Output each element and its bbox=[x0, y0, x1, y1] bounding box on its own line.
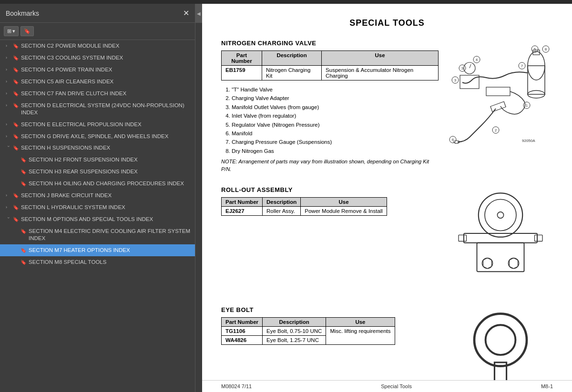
table-row: EB1759 Nitrogen Charging Kit Suspension … bbox=[222, 66, 439, 80]
bookmark-item-h3[interactable]: 🔖SECTION H3 REAR SUSPENSIONS INDEX bbox=[0, 166, 195, 178]
col-part-number: Part Number bbox=[222, 51, 262, 66]
bookmark-item-c3[interactable]: ›🔖SECTION C3 COOLING SYSTEM INDEX bbox=[0, 52, 195, 64]
expand-all-button[interactable]: ⊞▾ bbox=[4, 26, 19, 36]
chevron-icon: › bbox=[5, 146, 11, 151]
bookmark-item-d[interactable]: ›🔖SECTION D ELECTRICAL SYSTEM (24VDC NON… bbox=[0, 100, 195, 119]
sidebar: Bookmarks ✕ ⊞▾ 🔖 ›🔖SECTION C2 POWER MODU… bbox=[0, 4, 195, 392]
bookmark-label: SECTION M4 ELECTRIC DRIVE COOLING AIR FI… bbox=[29, 228, 191, 242]
bookmark-item-h2[interactable]: 🔖SECTION H2 FRONT SUSPENSION INDEX bbox=[0, 154, 195, 166]
bookmark-icon: 🔖 bbox=[20, 247, 26, 253]
svg-rect-31 bbox=[464, 233, 537, 243]
col-use: Use bbox=[326, 317, 395, 326]
eyebolt-text: EYE BOLT Part Number Description Use bbox=[221, 306, 439, 350]
content-scroll[interactable]: SPECIAL TOOLS NITROGEN CHARGING VALVE Pa… bbox=[202, 4, 572, 380]
description: Eye Bolt, 1.25-7 UNC bbox=[263, 335, 326, 344]
bookmark-label: SECTION M7 HEATER OPTIONS INDEX bbox=[29, 247, 191, 254]
bookmark-item-m7[interactable]: 🔖SECTION M7 HEATER OPTIONS INDEX bbox=[0, 244, 195, 256]
bookmark-label: SECTION J BRAKE CIRCUIT INDEX bbox=[21, 192, 191, 199]
bookmark-icon: 🔖 bbox=[13, 133, 19, 140]
bookmark-icon: 🔖 bbox=[20, 157, 26, 163]
chevron-icon: › bbox=[6, 122, 10, 128]
bookmark-item-c5[interactable]: ›🔖SECTION C5 AIR CLEANERS INDEX bbox=[0, 76, 195, 88]
eyebolt-section: EYE BOLT Part Number Description Use bbox=[221, 306, 553, 380]
svg-text:3: 3 bbox=[461, 66, 464, 70]
chevron-icon: › bbox=[6, 55, 10, 61]
part-number: WA4826 bbox=[222, 335, 263, 344]
bookmark-label: SECTION C5 AIR CLEANERS INDEX bbox=[21, 78, 191, 85]
svg-text:1: 1 bbox=[526, 103, 528, 108]
svg-text:3: 3 bbox=[454, 78, 457, 82]
rollout-diagram bbox=[448, 186, 553, 293]
chevron-icon: › bbox=[6, 43, 10, 49]
bookmark-label: SECTION C4 POWER TRAIN INDEX bbox=[21, 66, 191, 73]
bookmark-label: SECTION E ELECTRICAL PROPULSION INDEX bbox=[21, 121, 191, 128]
rollout-text: ROLL-OUT ASSEMBLY Part Number Descriptio… bbox=[221, 186, 439, 221]
list-item: Charging Valve Adapter bbox=[232, 94, 439, 102]
bookmark-item-m[interactable]: ›🔖SECTION M OPTIONS AND SPECIAL TOOLS IN… bbox=[0, 213, 195, 225]
nitrogen-text: NITROGEN CHARGING VALVE Part Number Desc… bbox=[221, 40, 439, 173]
bookmark-icon: 🔖 bbox=[13, 121, 19, 128]
nitrogen-note: NOTE: Arrangement of parts may vary from… bbox=[221, 158, 439, 173]
bookmark-label: SECTION M8 SPECIAL TOOLS bbox=[29, 259, 191, 266]
eyebolt-diagram bbox=[448, 306, 553, 380]
bookmark-label: SECTION H2 FRONT SUSPENSION INDEX bbox=[29, 156, 191, 163]
bookmark-icon: 🔖 bbox=[13, 90, 19, 97]
rollout-heading: ROLL-OUT ASSEMBLY bbox=[221, 186, 439, 193]
bookmark-item-h[interactable]: ›🔖SECTION H SUSPENSIONS INDEX bbox=[0, 142, 195, 154]
nitrogen-section: NITROGEN CHARGING VALVE Part Number Desc… bbox=[221, 40, 553, 173]
bookmark-item-c2[interactable]: ›🔖SECTION C2 POWER MODULE INDEX bbox=[0, 40, 195, 52]
use: Misc. lifting requirements bbox=[326, 326, 395, 344]
nitrogen-table: Part Number Description Use EB1759 Nitro… bbox=[221, 50, 439, 80]
eyebolt-diagram-svg bbox=[448, 306, 553, 380]
bookmark-label: SECTION L HYDRAULIC SYSTEM INDEX bbox=[21, 204, 191, 211]
bookmark-item-j[interactable]: ›🔖SECTION J BRAKE CIRCUIT INDEX bbox=[0, 190, 195, 201]
bookmark-label: SECTION M OPTIONS AND SPECIAL TOOLS INDE… bbox=[21, 216, 191, 223]
part-number: EJ2627 bbox=[222, 206, 263, 215]
col-use: Use bbox=[301, 197, 387, 206]
nitrogen-diagram: 5 8 7 3 3 4 1 bbox=[448, 40, 553, 146]
bookmark-item-e[interactable]: ›🔖SECTION E ELECTRICAL PROPULSION INDEX bbox=[0, 119, 195, 131]
rollout-table: Part Number Description Use EJ2627 Rolle… bbox=[221, 197, 387, 216]
sidebar-title: Bookmarks bbox=[6, 10, 39, 17]
bookmark-label: SECTION H4 OILING AND CHARGING PROCEDURE… bbox=[29, 180, 191, 187]
col-part-number: Part Number bbox=[222, 317, 263, 326]
svg-point-29 bbox=[485, 199, 516, 231]
table-row: EJ2627 Roller Assy. Power Module Remove … bbox=[222, 206, 387, 215]
page-footer: M08024 7/11 Special Tools M8-1 bbox=[202, 380, 572, 392]
svg-rect-7 bbox=[486, 87, 510, 96]
svg-point-30 bbox=[497, 212, 503, 218]
bookmark-item-g[interactable]: ›🔖SECTION G DRIVE AXLE, SPINDLE, AND WHE… bbox=[0, 131, 195, 142]
bookmark-item-c4[interactable]: ›🔖SECTION C4 POWER TRAIN INDEX bbox=[0, 64, 195, 76]
svg-line-6 bbox=[470, 64, 471, 68]
bookmark-options-button[interactable]: 🔖 bbox=[20, 26, 34, 36]
bookmark-item-c7[interactable]: ›🔖SECTION C7 FAN DRIVE CLUTCH INDEX bbox=[0, 88, 195, 100]
list-item: Manifold bbox=[232, 129, 439, 138]
bookmark-item-h4[interactable]: 🔖SECTION H4 OILING AND CHARGING PROCEDUR… bbox=[0, 178, 195, 190]
col-use: Use bbox=[322, 51, 439, 66]
chevron-icon: › bbox=[6, 193, 10, 199]
bookmark-label: SECTION C3 COOLING SYSTEM INDEX bbox=[21, 54, 191, 61]
close-button[interactable]: ✕ bbox=[183, 9, 189, 18]
bookmark-label: SECTION H3 REAR SUSPENSIONS INDEX bbox=[29, 168, 191, 175]
page-title: SPECIAL TOOLS bbox=[221, 18, 553, 28]
bookmark-item-m4[interactable]: 🔖SECTION M4 ELECTRIC DRIVE COOLING AIR F… bbox=[0, 225, 195, 244]
bookmark-icon: 🔖 bbox=[13, 192, 19, 199]
bookmark-icon: 🔖 bbox=[13, 204, 19, 211]
list-item: Regulator Valve (Nitrogen Pressure) bbox=[232, 121, 439, 129]
svg-text:4: 4 bbox=[476, 58, 478, 62]
part-number: EB1759 bbox=[222, 66, 262, 80]
chevron-icon: › bbox=[6, 205, 10, 211]
col-description: Description bbox=[262, 51, 322, 66]
bookmark-item-m8[interactable]: 🔖SECTION M8 SPECIAL TOOLS bbox=[0, 256, 195, 268]
col-description: Description bbox=[263, 197, 301, 206]
bookmark-icon: 🔖 bbox=[24, 28, 31, 34]
bookmark-item-l[interactable]: ›🔖SECTION L HYDRAULIC SYSTEM INDEX bbox=[0, 201, 195, 213]
sidebar-collapse-arrow[interactable]: ◀ bbox=[195, 4, 202, 23]
page-content: SPECIAL TOOLS NITROGEN CHARGING VALVE Pa… bbox=[202, 4, 572, 380]
bookmark-icon: 🔖 bbox=[20, 181, 26, 187]
bookmark-icon: 🔖 bbox=[20, 169, 26, 175]
chevron-icon: › bbox=[6, 67, 10, 73]
content-pane: SPECIAL TOOLS NITROGEN CHARGING VALVE Pa… bbox=[202, 4, 572, 392]
bookmark-label: SECTION D ELECTRICAL SYSTEM (24VDC NON-P… bbox=[21, 102, 191, 116]
svg-text:5: 5 bbox=[534, 47, 536, 51]
